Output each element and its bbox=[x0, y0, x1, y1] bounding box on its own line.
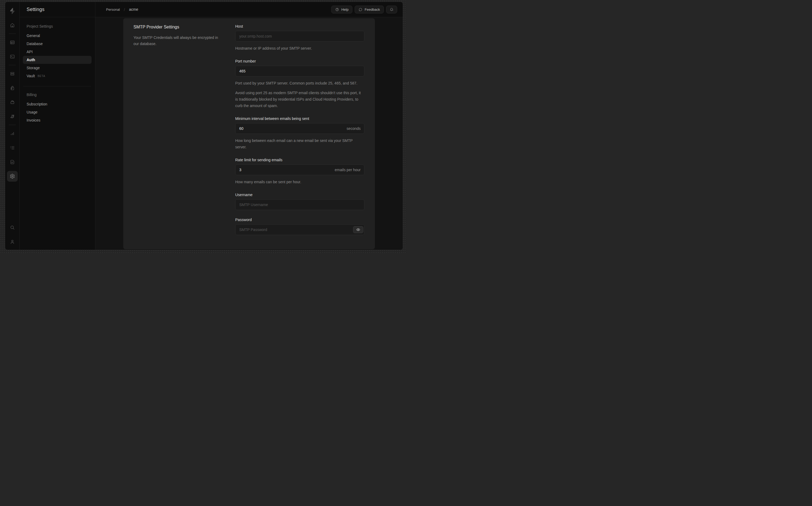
account-icon[interactable] bbox=[7, 236, 18, 247]
settings-sidebar-header: Settings bbox=[20, 2, 95, 17]
database-icon[interactable] bbox=[7, 68, 18, 79]
smtp-section-title: SMTP Provider Settings bbox=[134, 25, 221, 29]
host-help: Hostname or IP address of your SMTP serv… bbox=[235, 45, 364, 52]
settings-menu-list: Project Settings General Database API Au… bbox=[20, 17, 95, 124]
app-window: Settings Project Settings General Databa… bbox=[5, 2, 403, 250]
edge-functions-icon[interactable] bbox=[7, 111, 18, 122]
menu-divider bbox=[23, 86, 91, 86]
breadcrumb-org[interactable]: Personal bbox=[106, 7, 120, 11]
password-input[interactable] bbox=[235, 224, 364, 235]
desktop-background: Settings Project Settings General Databa… bbox=[0, 0, 406, 253]
interval-label: Minimum interval between emails being se… bbox=[235, 116, 364, 121]
authentication-icon[interactable] bbox=[7, 83, 18, 93]
storage-icon[interactable] bbox=[7, 97, 18, 107]
sidebar-item-general[interactable]: General bbox=[23, 32, 91, 40]
port-input[interactable] bbox=[235, 66, 364, 76]
rate-limit-label: Rate limit for sending emails bbox=[235, 158, 364, 162]
sidebar-item-usage[interactable]: Usage bbox=[23, 108, 91, 116]
interval-field-group: Minimum interval between emails being se… bbox=[235, 116, 364, 150]
feedback-bubble-icon bbox=[359, 7, 363, 11]
smtp-section-description: Your SMTP Credentials will always be enc… bbox=[134, 34, 221, 47]
rail-divider bbox=[9, 65, 16, 65]
interval-input[interactable] bbox=[235, 123, 364, 134]
project-settings-icon[interactable] bbox=[7, 171, 18, 182]
smtp-settings-card: SMTP Provider Settings Your SMTP Credent… bbox=[123, 18, 375, 249]
username-field-group: Username bbox=[235, 193, 364, 210]
table-editor-icon[interactable] bbox=[7, 37, 18, 48]
notifications-button[interactable] bbox=[386, 6, 397, 13]
smtp-section-intro: SMTP Provider Settings Your SMTP Credent… bbox=[123, 18, 235, 249]
sidebar-item-storage[interactable]: Storage bbox=[23, 64, 91, 72]
bell-icon bbox=[390, 7, 394, 11]
host-label: Host bbox=[235, 24, 364, 28]
host-input[interactable] bbox=[235, 31, 364, 41]
nav-rail bbox=[5, 2, 20, 250]
main-column: Personal / acme Help Feedback bbox=[95, 2, 403, 250]
beta-badge: BETA bbox=[38, 75, 46, 78]
breadcrumb: Personal / acme bbox=[106, 7, 138, 12]
sidebar-item-auth[interactable]: Auth bbox=[23, 56, 91, 64]
api-docs-icon[interactable] bbox=[7, 157, 18, 167]
top-bar: Personal / acme Help Feedback bbox=[95, 2, 403, 17]
home-icon[interactable] bbox=[7, 20, 18, 30]
breadcrumb-separator: / bbox=[124, 7, 125, 12]
interval-help: How long between each email can a new em… bbox=[235, 137, 364, 150]
password-label: Password bbox=[235, 218, 364, 222]
password-field-group: Password bbox=[235, 218, 364, 235]
supabase-bolt-icon bbox=[9, 7, 16, 14]
username-label: Username bbox=[235, 193, 364, 197]
page-title: Settings bbox=[26, 7, 45, 12]
sidebar-item-api[interactable]: API bbox=[23, 48, 91, 56]
sidebar-item-vault[interactable]: Vault BETA bbox=[23, 72, 91, 80]
feedback-button[interactable]: Feedback bbox=[355, 6, 384, 13]
settings-sidebar: Settings Project Settings General Databa… bbox=[20, 2, 95, 250]
supabase-logo[interactable] bbox=[7, 6, 18, 16]
logs-icon[interactable] bbox=[7, 143, 18, 153]
menu-section-billing: Billing bbox=[23, 93, 91, 100]
rail-divider bbox=[9, 125, 16, 125]
search-icon[interactable] bbox=[7, 222, 18, 233]
reveal-password-button[interactable] bbox=[353, 226, 363, 233]
port-label: Port number bbox=[235, 59, 364, 63]
reports-icon[interactable] bbox=[7, 128, 18, 139]
port-warning: Avoid using port 25 as modern SMTP email… bbox=[235, 90, 364, 109]
help-button[interactable]: Help bbox=[331, 6, 352, 13]
port-help: Port used by your SMTP server. Common po… bbox=[235, 80, 364, 86]
sidebar-item-invoices[interactable]: Invoices bbox=[23, 116, 91, 124]
username-input[interactable] bbox=[235, 199, 364, 210]
sql-editor-icon[interactable] bbox=[7, 51, 18, 62]
smtp-form: Host Hostname or IP address of your SMTP… bbox=[235, 18, 375, 249]
content-area: SMTP Provider Settings Your SMTP Credent… bbox=[95, 17, 403, 250]
rail-divider bbox=[9, 33, 16, 34]
rate-limit-field-group: Rate limit for sending emails emails per… bbox=[235, 158, 364, 185]
host-field-group: Host Hostname or IP address of your SMTP… bbox=[235, 24, 364, 52]
help-circle-icon bbox=[335, 7, 339, 11]
sidebar-item-subscription[interactable]: Subscription bbox=[23, 100, 91, 108]
port-field-group: Port number Port used by your SMTP serve… bbox=[235, 59, 364, 109]
breadcrumb-project[interactable]: acme bbox=[129, 7, 138, 11]
rate-limit-help: How many emails can be sent per hour. bbox=[235, 179, 364, 185]
menu-section-project-settings: Project Settings bbox=[23, 24, 91, 32]
topbar-actions: Help Feedback bbox=[331, 6, 397, 13]
sidebar-item-database[interactable]: Database bbox=[23, 40, 91, 48]
rate-limit-input[interactable] bbox=[235, 164, 364, 175]
eye-icon bbox=[356, 228, 360, 232]
